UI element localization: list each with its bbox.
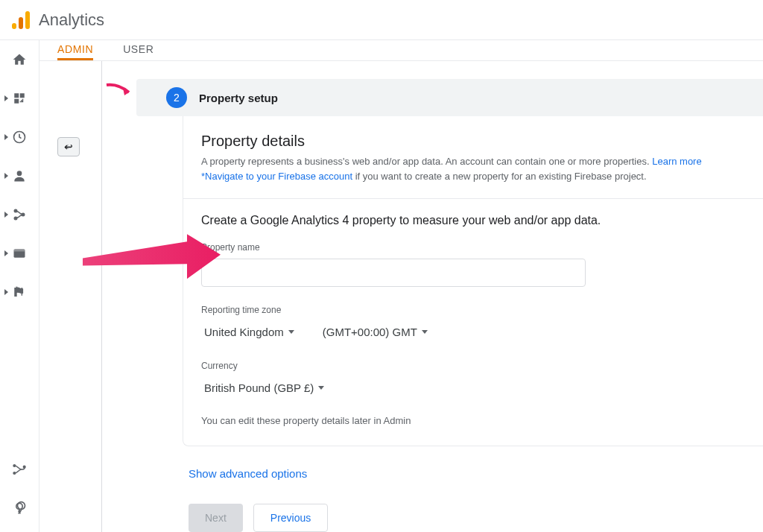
show-advanced-link[interactable]: Show advanced options xyxy=(189,467,763,480)
step-header: 2 Property setup xyxy=(136,79,763,116)
svg-rect-5 xyxy=(20,101,22,103)
nav-acquisition[interactable] xyxy=(6,206,33,224)
svg-point-17 xyxy=(23,466,25,468)
timezone-offset-value: (GMT+00:00) GMT xyxy=(323,326,417,338)
desc-text-2: if you want to create a new property for… xyxy=(352,171,647,182)
svg-rect-4 xyxy=(22,99,24,101)
edit-later-note: You can edit these property details late… xyxy=(201,415,745,426)
desc-text-1: A property represents a business's web a… xyxy=(201,156,652,167)
timezone-offset-select[interactable]: (GMT+00:00) GMT xyxy=(320,321,431,343)
step-number-badge: 2 xyxy=(166,87,187,108)
svg-rect-12 xyxy=(14,249,25,251)
admin-tabs: ADMIN USER xyxy=(39,40,763,61)
wizard-buttons: Next Previous xyxy=(189,504,763,532)
product-title: Analytics xyxy=(39,10,104,30)
currency-select[interactable]: British Pound (GBP £) xyxy=(201,377,327,399)
logo-block: Analytics xyxy=(12,10,104,30)
timezone-country-value: United Kingdom xyxy=(204,326,284,338)
learn-more-link[interactable]: Learn more xyxy=(652,156,701,167)
svg-point-8 xyxy=(14,209,16,212)
timezone-country-select[interactable]: United Kingdom xyxy=(201,321,297,343)
svg-point-16 xyxy=(13,472,16,475)
caret-icon xyxy=(422,330,428,334)
tab-admin[interactable]: ADMIN xyxy=(57,40,93,60)
nav-conversions[interactable]: ⚑ xyxy=(6,283,33,301)
svg-point-10 xyxy=(14,217,16,219)
currency-value: British Pound (GBP £) xyxy=(204,381,314,394)
annotation-arrow-small xyxy=(105,82,135,100)
nav-discover[interactable] xyxy=(6,499,33,517)
app-header: Analytics xyxy=(0,0,763,40)
timezone-label: Reporting time zone xyxy=(201,305,745,315)
nav-audience[interactable] xyxy=(6,167,33,185)
currency-label: Currency xyxy=(201,361,745,371)
svg-rect-2 xyxy=(14,99,19,104)
svg-rect-1 xyxy=(20,93,25,98)
stepper-line xyxy=(101,61,102,532)
nav-behavior[interactable] xyxy=(6,244,33,262)
svg-point-9 xyxy=(22,213,24,215)
property-name-label: Property name xyxy=(201,242,745,253)
svg-point-15 xyxy=(13,465,16,467)
card-heading: Property details xyxy=(201,133,745,150)
property-details-card: Property details A property represents a… xyxy=(183,116,763,446)
svg-rect-0 xyxy=(14,93,19,98)
form-subhead: Create a Google Analytics 4 property to … xyxy=(201,214,745,227)
annotation-arrow-large xyxy=(75,232,224,292)
back-button[interactable]: ↩ xyxy=(57,137,80,156)
firebase-link[interactable]: *Navigate to your Firebase account xyxy=(201,171,352,182)
nav-customization[interactable] xyxy=(6,89,33,107)
caret-icon xyxy=(318,386,324,390)
analytics-logo-icon xyxy=(12,11,30,29)
svg-point-7 xyxy=(17,171,22,176)
next-button[interactable]: Next xyxy=(189,504,243,532)
step-title: Property setup xyxy=(199,92,278,104)
nav-attribution[interactable] xyxy=(6,460,33,478)
nav-home[interactable] xyxy=(6,51,33,69)
card-description: A property represents a business's web a… xyxy=(201,154,745,183)
left-sidebar: ⚑ xyxy=(0,40,39,532)
property-name-input[interactable] xyxy=(201,259,586,287)
svg-rect-3 xyxy=(21,100,23,102)
previous-button[interactable]: Previous xyxy=(253,504,328,532)
caret-icon xyxy=(288,330,294,334)
nav-realtime[interactable] xyxy=(6,128,33,146)
tab-user[interactable]: USER xyxy=(123,40,153,60)
svg-marker-20 xyxy=(83,232,221,284)
divider xyxy=(183,198,763,199)
